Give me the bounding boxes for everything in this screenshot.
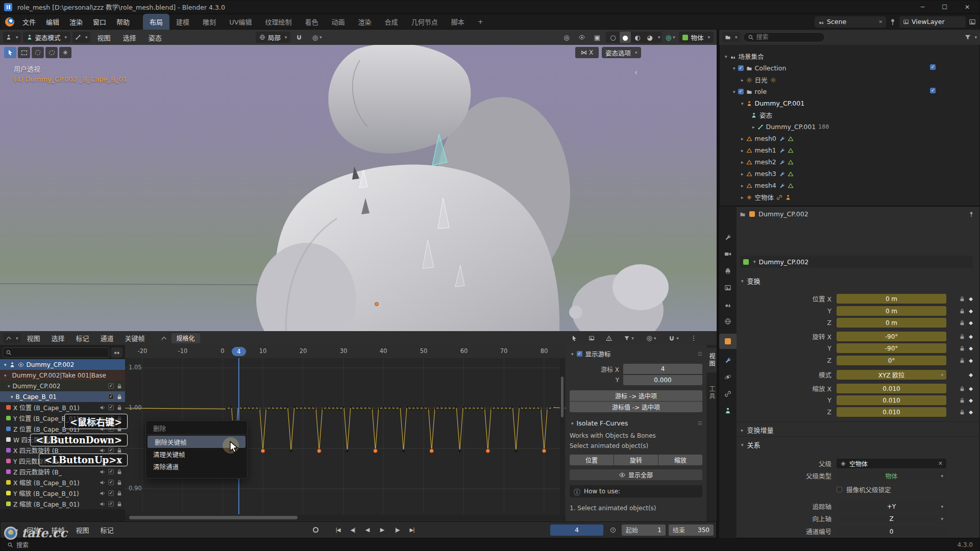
keyframe-icon[interactable]: ◆ [969, 409, 973, 415]
isolate-rotation-button[interactable]: 旋转 [614, 455, 658, 465]
use-preview-range-toggle[interactable] [606, 524, 620, 536]
keyframe-icon[interactable]: ◆ [969, 308, 973, 314]
shading-wireframe-button[interactable]: ○ [607, 32, 619, 43]
viewlayer-copy-icon[interactable] [969, 18, 976, 26]
lock-icon[interactable] [959, 397, 965, 404]
tool-tweak-button[interactable] [4, 47, 16, 58]
current-frame-field[interactable]: 4 [550, 524, 603, 536]
maximize-button[interactable]: ☐ [942, 4, 947, 11]
viewport-menu-pose[interactable]: 姿态 [143, 30, 167, 45]
outliner-search-input[interactable] [756, 34, 820, 41]
mute-speaker-icon[interactable] [100, 501, 106, 507]
rotation-z-field[interactable]: 0° [837, 356, 946, 365]
lock-icon[interactable] [959, 345, 965, 352]
channel-row-fcurve[interactable]: Y 缩放 (B_Cape_B_01)✓ [0, 488, 125, 498]
channel-enable-checkbox[interactable]: ✓ [108, 480, 114, 485]
lock-icon[interactable] [116, 501, 122, 507]
object-name-field[interactable]: ▾ Dummy_CP.002 [740, 256, 973, 268]
scale-y-field[interactable]: 0.010 [837, 395, 946, 405]
proportional-dropdown[interactable]: ⋮ [687, 333, 700, 344]
auto-keying-toggle[interactable] [309, 524, 322, 536]
channel-row-fcurve[interactable]: X 缩放 (B_Cape_B_01)✓ [0, 477, 125, 488]
play-reverse-button[interactable]: ◀ [361, 524, 374, 536]
isolate-collapse-icon[interactable]: ▾ [571, 421, 574, 426]
outliner-row-pose[interactable]: 姿态 [751, 109, 772, 121]
channel-row-object[interactable]: ▾ Dummy_CP.002 [0, 359, 125, 370]
shading-material-button[interactable]: ◐ [632, 32, 643, 43]
location-y-field[interactable]: 0 m [837, 306, 946, 316]
outliner-row-sun[interactable]: ▸日光 [740, 74, 776, 86]
outliner-row-collection[interactable]: ▾✓Collection [731, 62, 786, 74]
keyframe-icon[interactable]: ◆ [969, 358, 973, 363]
menu-item-clear-channels[interactable]: 清除通道 [146, 460, 247, 472]
frame-end-field[interactable]: 结束350 [669, 524, 714, 536]
workspace-add-button[interactable]: + [471, 14, 490, 30]
shading-dropdown-icon[interactable]: ▾ [658, 35, 660, 40]
mirror-x-toggle[interactable]: ⋈ X [575, 47, 599, 58]
outliner-row-armature-object[interactable]: ▾Dummy_CP.001 [740, 97, 804, 109]
channel-row-group[interactable]: ▾ Dummy_CP.002 ✓ [0, 381, 125, 391]
blender-logo-icon[interactable] [5, 17, 14, 27]
show-errors-icon[interactable] [602, 333, 616, 344]
outliner-row-scene-collection[interactable]: ▾场景集合 [723, 51, 764, 62]
camera-parent-lock-checkbox[interactable] [837, 487, 842, 492]
mute-speaker-icon[interactable] [100, 480, 106, 486]
workspace-tab-animation[interactable]: 动画 [325, 14, 352, 30]
outliner-row-mesh2[interactable]: ▸mesh2 [740, 156, 794, 168]
lock-icon[interactable] [959, 358, 965, 364]
only-selected-filter-icon[interactable] [568, 333, 581, 344]
scale-z-field[interactable]: 0.010 [837, 407, 946, 417]
gizmo-toggle[interactable]: ◎ [560, 32, 573, 43]
tab-output[interactable] [719, 263, 737, 279]
scene-pin-icon[interactable] [889, 18, 896, 26]
channel-enable-checkbox[interactable]: ✓ [108, 490, 114, 496]
keyframe-icon[interactable]: ◆ [969, 372, 973, 378]
timeline-menu-marker[interactable]: 标记 [95, 521, 119, 538]
isolate-scale-button[interactable]: 缩放 [658, 455, 702, 465]
lock-icon[interactable] [959, 386, 965, 392]
tab-object-data[interactable] [719, 403, 737, 418]
pose-submode-button[interactable]: ▾ [72, 32, 90, 43]
shading-rendered-button[interactable]: ◕ [644, 32, 655, 43]
v-scrollbar[interactable] [560, 358, 565, 514]
tab-physics[interactable] [719, 369, 737, 385]
panel-collapse-icon[interactable]: ▾ [571, 352, 574, 357]
cursor-to-selection-button[interactable]: 游标 -> 选中项 [570, 390, 702, 401]
channel-row-fcurve[interactable]: X 位置 (B_Cape_B_01)✓ [0, 402, 125, 413]
compositor-dropdown[interactable]: ◎▾ [664, 32, 677, 43]
menu-render[interactable]: 渲染 [64, 14, 88, 30]
outliner-editor-type-button[interactable]: ▾ [722, 32, 740, 42]
keyframe-icon[interactable]: ◆ [969, 386, 973, 391]
cursor-y-field[interactable]: 0.000 [623, 375, 702, 385]
mute-speaker-icon[interactable] [100, 447, 106, 454]
viewport-menu-select[interactable]: 选择 [118, 30, 141, 45]
isolate-location-button[interactable]: 位置 [570, 455, 614, 465]
collection-exclude-checkbox[interactable]: ✓ [930, 88, 936, 93]
viewport-canvas[interactable]: 用户透视 (4) Dummy_CP.002 _B_Cape_B_01 ‹ ⋈ X… [0, 45, 717, 331]
sidebar-tab-tool[interactable]: 工具 [706, 381, 717, 405]
tab-scene[interactable] [719, 297, 737, 312]
lock-icon[interactable] [116, 469, 122, 475]
channel-row-fcurve[interactable]: Z 四元数旋转 (B_✓ [0, 466, 125, 477]
relations-collapse-icon[interactable]: ▾ [741, 442, 744, 447]
keyframe-icon[interactable]: ◆ [969, 345, 973, 351]
scene-unlink-icon[interactable]: ✕ [878, 19, 883, 24]
keyframe-icon[interactable]: ◆ [969, 296, 973, 302]
workspace-tab-rendering[interactable]: 渲染 [352, 14, 378, 30]
sidebar-collapse-icon[interactable]: ‹ [634, 68, 638, 77]
tab-view-layer[interactable] [719, 280, 737, 295]
xray-toggle[interactable]: ▣ [591, 32, 604, 43]
tab-object[interactable] [719, 334, 737, 349]
channel-enable-checkbox[interactable]: ✓ [108, 405, 114, 410]
delta-collapse-icon[interactable]: ▸ [741, 428, 744, 433]
scene-selector[interactable]: Scene ✕ [815, 16, 886, 28]
tab-modifiers[interactable] [719, 353, 737, 368]
snap-toggle[interactable] [292, 32, 306, 43]
normalize-button[interactable]: 规格化 [172, 333, 200, 343]
parent-field[interactable]: 空物体 ✕ [837, 459, 946, 468]
ghost-curves-icon[interactable] [585, 333, 598, 344]
snap-dropdown[interactable]: ▾ [665, 333, 683, 344]
tool-select-box-button[interactable] [18, 47, 30, 58]
channel-enable-checkbox[interactable]: ✓ [108, 469, 114, 474]
filter-dropdown-icon[interactable]: ▾ [974, 35, 977, 40]
